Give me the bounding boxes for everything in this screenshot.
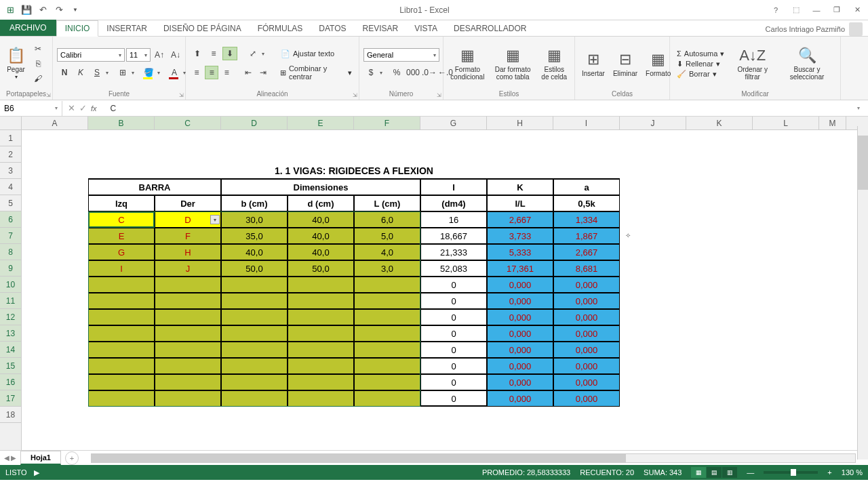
cell-izq-2[interactable]: G — [88, 244, 155, 260]
cell-l-4[interactable] — [354, 277, 420, 293]
col-header-H[interactable]: H — [487, 117, 553, 129]
redo-icon[interactable]: ↷ — [52, 3, 66, 18]
cell-i-11[interactable]: 0 — [420, 390, 487, 407]
border-button[interactable]: ⊞ — [115, 66, 130, 79]
cell-izq-3[interactable]: I — [88, 260, 155, 277]
cell-b-1[interactable]: 35,0 — [221, 228, 288, 244]
cell-l-5[interactable] — [354, 293, 420, 309]
user-name[interactable]: Carlos Intriago Pazmiño — [766, 22, 868, 36]
cell-i-6[interactable]: 0 — [420, 309, 487, 325]
cell-i-1[interactable]: 18,667 — [420, 228, 487, 244]
row-header-12[interactable]: 12 — [0, 309, 21, 325]
align-center-icon[interactable]: ≡ — [205, 66, 218, 79]
cell-l-0[interactable]: 6,0 — [354, 211, 420, 228]
row-header-14[interactable]: 14 — [0, 342, 21, 358]
th2-0[interactable]: Izq — [88, 195, 155, 211]
cell-der-3[interactable]: J — [155, 260, 221, 277]
cell-i-4[interactable]: 0 — [420, 277, 487, 293]
autosum-button[interactable]: Σ Autosuma ▾ — [674, 49, 727, 58]
th2-6[interactable]: I/L — [487, 195, 553, 211]
tab-revisar[interactable]: REVISAR — [355, 21, 407, 36]
row-header-1[interactable]: 1 — [0, 130, 21, 146]
cell-b-4[interactable] — [221, 277, 288, 293]
cell-izq-4[interactable] — [88, 277, 155, 293]
qat-dropdown-icon[interactable]: ▼ — [68, 3, 83, 18]
cell-b-6[interactable] — [221, 309, 288, 325]
row-header-7[interactable]: 7 — [0, 228, 21, 244]
tab-datos[interactable]: DATOS — [311, 21, 354, 36]
th2-7[interactable]: 0,5k — [553, 195, 620, 211]
cell-d-8[interactable] — [288, 342, 354, 358]
minimize-icon[interactable]: — — [807, 3, 826, 18]
cell-i-5[interactable]: 0 — [420, 293, 487, 309]
insert-cells-button[interactable]: ⊞Insertar — [579, 49, 608, 79]
cell-l-10[interactable] — [354, 374, 420, 390]
help-icon[interactable]: ? — [766, 3, 785, 18]
cell-a-2[interactable]: 2,667 — [553, 244, 620, 260]
th-dimensiones[interactable]: Dimensiones — [221, 179, 420, 195]
fill-color-button[interactable]: 🪣 — [141, 66, 156, 79]
cell-k-4[interactable]: 0,000 — [487, 277, 553, 293]
cell-izq-0[interactable]: C — [88, 211, 155, 228]
cell-izq-11[interactable] — [88, 390, 155, 407]
cell-d-10[interactable] — [288, 374, 354, 390]
cell-izq-8[interactable] — [88, 342, 155, 358]
th2-2[interactable]: b (cm) — [221, 195, 288, 211]
ribbon-options-icon[interactable]: ⬚ — [787, 3, 806, 18]
row-header-6[interactable]: 6 — [0, 211, 21, 228]
col-header-D[interactable]: D — [221, 117, 288, 129]
increase-font-icon[interactable]: A↑ — [152, 48, 167, 62]
cell-a-1[interactable]: 1,867 — [553, 228, 620, 244]
cell-d-1[interactable]: 40,0 — [288, 228, 354, 244]
number-format-select[interactable]: General▾ — [363, 48, 439, 62]
macro-record-icon[interactable]: ▶ — [34, 468, 39, 477]
cell-izq-10[interactable] — [88, 374, 155, 390]
cell-d-0[interactable]: 40,0 — [288, 211, 354, 228]
th2-3[interactable]: d (cm) — [288, 195, 354, 211]
underline-button[interactable]: S — [90, 66, 104, 79]
cell-d-5[interactable] — [288, 293, 354, 309]
cell-b-8[interactable] — [221, 342, 288, 358]
cell-a-0[interactable]: 1,334 — [553, 211, 620, 228]
clipboard-launcher-icon[interactable]: ⇲ — [46, 92, 51, 98]
cell-l-11[interactable] — [354, 390, 420, 407]
col-header-E[interactable]: E — [288, 117, 354, 129]
wrap-text-button[interactable]: 📄 Ajustar texto — [278, 49, 337, 58]
th-a[interactable]: a — [553, 179, 620, 195]
col-header-M[interactable]: M — [819, 117, 846, 129]
maximize-icon[interactable]: ❐ — [827, 3, 846, 18]
tab-desarrollador[interactable]: DESARROLLADOR — [446, 21, 534, 36]
cell-b-5[interactable] — [221, 293, 288, 309]
font-color-button[interactable]: A — [167, 66, 182, 79]
col-header-B[interactable]: B — [88, 117, 155, 129]
tab-formulas[interactable]: FÓRMULAS — [250, 21, 311, 36]
row-header-15[interactable]: 15 — [0, 358, 21, 374]
increase-decimal-icon[interactable]: .0→ — [422, 66, 437, 79]
row-header-13[interactable]: 13 — [0, 325, 21, 342]
fx-icon[interactable]: fx — [91, 104, 101, 113]
cell-k-7[interactable]: 0,000 — [487, 325, 553, 342]
cell-d-11[interactable] — [288, 390, 354, 407]
cell-izq-7[interactable] — [88, 325, 155, 342]
cell-b-0[interactable]: 30,0 — [221, 211, 288, 228]
cell-b-11[interactable] — [221, 390, 288, 407]
cell-a-6[interactable]: 0,000 — [553, 309, 620, 325]
col-header-G[interactable]: G — [420, 117, 487, 129]
cell-der-4[interactable] — [155, 277, 221, 293]
cell-a-3[interactable]: 8,681 — [553, 260, 620, 277]
cell-der-6[interactable] — [155, 309, 221, 325]
cell-a-5[interactable]: 0,000 — [553, 293, 620, 309]
decrease-indent-icon[interactable]: ⇤ — [241, 66, 255, 79]
format-cells-button[interactable]: ▦Formato — [643, 49, 673, 79]
cell-b-7[interactable] — [221, 325, 288, 342]
cell-b-9[interactable] — [221, 358, 288, 374]
cell-k-9[interactable]: 0,000 — [487, 358, 553, 374]
row-header-2[interactable]: 2 — [0, 146, 21, 163]
save-icon[interactable]: 💾 — [19, 3, 34, 18]
cell-a-8[interactable]: 0,000 — [553, 342, 620, 358]
col-header-C[interactable]: C — [155, 117, 221, 129]
conditional-format-button[interactable]: ▦Formato condicional — [448, 45, 488, 82]
th-k[interactable]: K — [487, 179, 553, 195]
find-select-button[interactable]: 🔍Buscar y seleccionar — [778, 45, 836, 82]
row-header-11[interactable]: 11 — [0, 293, 21, 309]
